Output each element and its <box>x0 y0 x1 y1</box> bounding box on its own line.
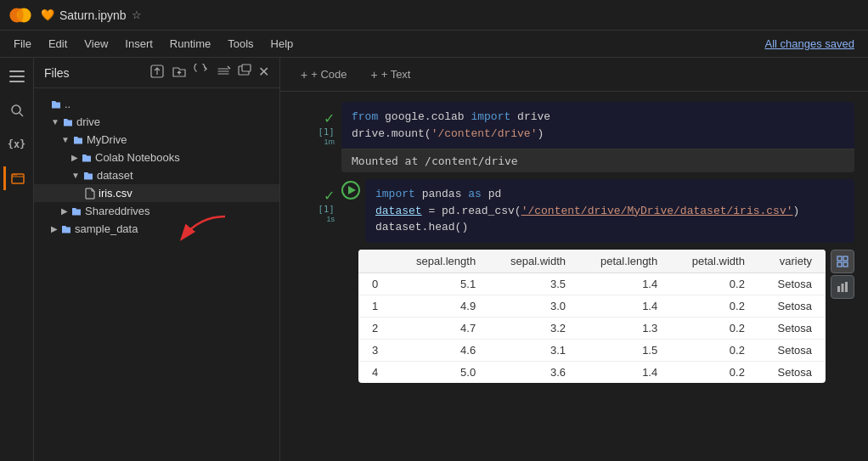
sidebar: Files <box>34 58 280 461</box>
col-sepal-length: sepal.length <box>395 250 489 273</box>
tree-item-drive[interactable]: ▼ drive <box>34 113 279 131</box>
cell-2-code: import pandas as pd dataset = pd.read_cs… <box>365 179 854 243</box>
menu-tools[interactable]: Tools <box>221 34 260 53</box>
cell-1: ✓ [1] 1m from google.colab import drive … <box>294 102 854 172</box>
table-view-controls <box>831 250 854 299</box>
menu-bar: File Edit View Insert Runtime Tools Help… <box>0 31 868 58</box>
tree-item-sample-data[interactable]: ▶ sample_data <box>34 220 279 238</box>
table-cell: 1.3 <box>579 317 671 339</box>
table-row-index: 3 <box>358 339 395 361</box>
svg-rect-13 <box>837 256 842 261</box>
table-cell: 3.5 <box>489 273 579 295</box>
star-icon[interactable]: ☆ <box>132 8 142 21</box>
folder-open-icon <box>83 171 93 181</box>
icon-menu[interactable] <box>5 65 29 88</box>
chevron-icon: ▶ <box>61 206 68 216</box>
table-cell: 1.4 <box>579 273 671 295</box>
cell-2-content[interactable]: import pandas as pd dataset = pd.read_cs… <box>365 179 854 243</box>
table-cell: 0.2 <box>671 317 758 339</box>
table-cell: Setosa <box>758 295 826 317</box>
data-table: sepal.length sepal.width petal.length pe… <box>358 250 826 383</box>
folder-icon <box>51 99 61 110</box>
file-icon <box>85 188 95 200</box>
notebook-area: + + Code + + Text ✓ [1] 1m from google.c… <box>280 58 868 461</box>
add-text-btn[interactable]: + + Text <box>364 65 417 85</box>
cell-1-code: from google.colab import drive drive.mou… <box>341 102 854 149</box>
notebook-filename[interactable]: Saturn.ipynb <box>59 8 127 22</box>
menu-file[interactable]: File <box>7 34 38 53</box>
folder-open-icon <box>63 117 73 127</box>
tree-item-colab-notebooks[interactable]: ▶ Colab Notebooks <box>34 149 279 166</box>
menu-view[interactable]: View <box>77 34 115 53</box>
upload-file-btn[interactable] <box>149 64 165 82</box>
table-row-index: 1 <box>358 295 395 317</box>
menu-help[interactable]: Help <box>264 34 301 53</box>
colab-drive-icon: 🧡 <box>41 8 54 21</box>
folder-open-icon <box>73 135 83 145</box>
colab-logo <box>8 3 32 27</box>
close-sidebar-btn[interactable]: ✕ <box>258 64 269 82</box>
svg-point-6 <box>12 105 20 114</box>
cell-1-content[interactable]: from google.colab import drive drive.mou… <box>341 102 854 172</box>
cell-1-status-icon: ✓ <box>324 110 335 126</box>
cell-1-gutter: ✓ [1] 1m <box>294 102 335 172</box>
tree-item-shareddrives[interactable]: ▶ Shareddrives <box>34 202 279 220</box>
notebook-toolbar: + + Code + + Text <box>280 58 868 92</box>
table-row-index: 0 <box>358 273 395 295</box>
col-petal-width: petal.width <box>671 250 758 273</box>
folder-icon <box>71 206 82 216</box>
table-cell: 5.0 <box>395 361 489 383</box>
svg-rect-14 <box>843 256 848 261</box>
table-cell: 4.7 <box>395 317 489 339</box>
play-icon <box>348 186 356 194</box>
icon-search[interactable] <box>5 98 29 122</box>
chevron-icon: ▼ <box>51 117 59 126</box>
new-window-btn[interactable] <box>238 64 251 82</box>
table-cell: 0.2 <box>671 273 758 295</box>
run-cell-2-btn[interactable] <box>341 181 360 200</box>
table-row: 34.63.11.50.2Setosa <box>358 339 826 361</box>
more-options-btn[interactable] <box>216 64 231 82</box>
table-cell: 1.5 <box>579 339 671 361</box>
chevron-icon: ▼ <box>71 171 80 180</box>
svg-rect-16 <box>843 262 848 267</box>
table-cell: 3.6 <box>489 361 579 383</box>
menu-runtime[interactable]: Runtime <box>163 34 217 53</box>
sidebar-header: Files <box>34 58 279 88</box>
cell-2-number: [1] <box>318 204 335 215</box>
table-row-index: 2 <box>358 317 395 339</box>
tree-item-dataset[interactable]: ▼ dataset <box>34 166 279 184</box>
table-cell: Setosa <box>758 317 826 339</box>
cell-1-time: 1m <box>324 138 335 146</box>
table-cell: 3.0 <box>489 295 579 317</box>
chevron-icon: ▶ <box>71 153 78 162</box>
refresh-btn[interactable] <box>194 64 209 82</box>
table-row: 45.03.61.40.2Setosa <box>358 361 826 383</box>
menu-edit[interactable]: Edit <box>42 34 74 53</box>
svg-rect-17 <box>837 286 840 292</box>
file-tree: .. ▼ drive ▼ MyDrive <box>34 95 279 238</box>
svg-rect-15 <box>837 262 842 267</box>
folder-icon <box>61 224 71 234</box>
table-cell: Setosa <box>758 339 826 361</box>
icon-files[interactable] <box>3 166 30 190</box>
table-cell: 3.2 <box>489 317 579 339</box>
top-bar: 🧡 Saturn.ipynb ☆ <box>0 0 868 31</box>
upload-folder-btn[interactable] <box>172 64 187 82</box>
grid-view-btn[interactable] <box>831 250 854 273</box>
tree-item-iris-csv[interactable]: iris.csv <box>34 184 279 202</box>
icon-variables[interactable]: {x} <box>5 132 29 156</box>
menu-insert[interactable]: Insert <box>118 34 160 53</box>
table-row: 05.13.51.40.2Setosa <box>358 273 826 295</box>
chart-view-btn[interactable] <box>831 275 854 299</box>
tree-item-mydrive[interactable]: ▼ MyDrive <box>34 131 279 149</box>
svg-rect-12 <box>242 65 251 71</box>
add-code-btn[interactable]: + + Code <box>294 65 353 85</box>
cells-container: ✓ [1] 1m from google.colab import drive … <box>280 92 868 461</box>
chevron-icon: ▶ <box>51 224 58 233</box>
cell-2-time: 1s <box>326 215 335 223</box>
col-sepal-width: sepal.width <box>489 250 579 273</box>
svg-rect-3 <box>9 70 25 72</box>
tree-item-parent[interactable]: .. <box>34 95 279 113</box>
chevron-icon: ▼ <box>61 135 70 144</box>
